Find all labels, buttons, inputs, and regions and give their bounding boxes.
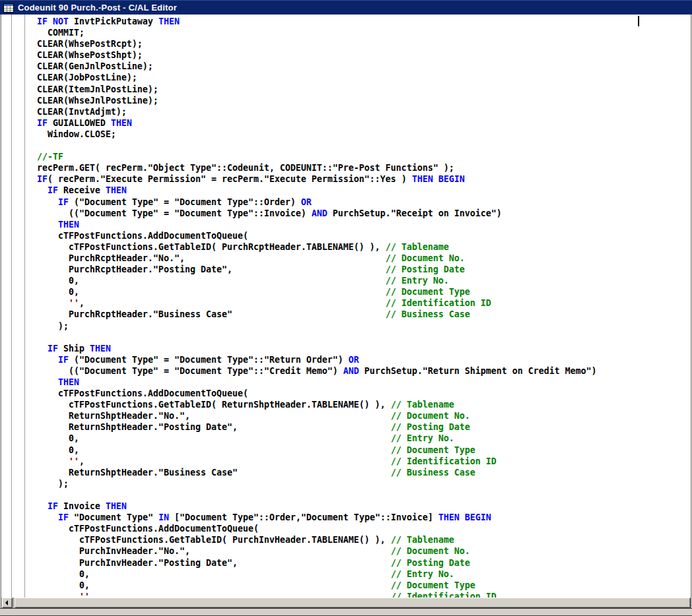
code-segment: PurchRcptHeader."No.", — [37, 253, 185, 263]
code-line[interactable]: IF ("Document Type" = "Document Type"::O… — [37, 197, 691, 208]
code-line[interactable]: PurchInvHeader."Posting Date", // Postin… — [37, 557, 691, 569]
code-comment: // Document No. — [391, 411, 470, 421]
scrollbar-thumb[interactable] — [15, 598, 691, 608]
code-line[interactable]: IF Invoice THEN — [37, 501, 691, 512]
code-line[interactable]: '', // Identification ID — [37, 456, 691, 467]
code-line[interactable]: cTFPostFunctions.GetTableID( PurchInvHea… — [37, 534, 691, 545]
code-segment: 0, — [37, 276, 79, 286]
code-line[interactable]: IF GUIALLOWED THEN — [37, 117, 691, 129]
code-line[interactable]: cTFPostFunctions.GetTableID( ReturnShptH… — [37, 399, 691, 410]
code-segment: ); — [37, 479, 69, 489]
title-bar[interactable]: Codeunit 90 Purch.-Post - C/AL Editor — [0, 0, 692, 15]
code-line[interactable]: IF( recPerm."Execute Permission" = recPe… — [37, 173, 691, 185]
code-segment: AND — [311, 208, 327, 218]
code-line[interactable]: THEN — [37, 219, 691, 230]
code-line[interactable]: PurchRcptHeader."Posting Date", // Posti… — [37, 264, 691, 275]
code-segment — [37, 512, 58, 522]
code-comment: // Business Case — [391, 468, 475, 477]
code-segment: Invoice — [63, 501, 106, 511]
code-line[interactable]: ReturnShptHeader."Posting Date", // Post… — [37, 421, 691, 433]
code-line[interactable]: 0, // Entry No. — [37, 275, 691, 286]
code-segment: PurchInvHeader."No.", — [37, 546, 190, 556]
code-segment: IF — [58, 355, 74, 365]
code-line[interactable]: 0, // Document Type — [37, 445, 691, 456]
code-line[interactable] — [37, 140, 691, 151]
code-comment: // Document No. — [385, 253, 464, 263]
code-padding — [90, 569, 391, 579]
code-line[interactable]: ); — [37, 478, 691, 489]
code-segment: '' — [79, 592, 90, 598]
code-segment: 0, — [37, 445, 79, 455]
code-line[interactable]: '', // Identification ID — [37, 591, 691, 598]
code-line[interactable]: CLEAR(JobPostLine); — [37, 72, 691, 83]
code-line[interactable]: CLEAR(InvtAdjmt); — [37, 106, 691, 117]
code-line[interactable]: IF NOT InvtPickPutaway THEN — [37, 16, 691, 27]
code-line[interactable]: CLEAR(WhsePostRcpt); — [37, 38, 691, 49]
code-line[interactable]: CLEAR(WhsePostShpt); — [37, 49, 691, 61]
code-segment: ReturnShptHeader."Posting Date", — [37, 422, 237, 432]
code-line[interactable]: PurchRcptHeader."Business Case" // Busin… — [37, 309, 691, 320]
code-segment: CLEAR(ItemJnlPostLine); — [37, 84, 158, 94]
cal-editor-window: Codeunit 90 Purch.-Post - C/AL Editor IF… — [0, 0, 692, 616]
code-line[interactable]: recPerm.GET( recPerm."Object Type"::Code… — [37, 162, 691, 173]
codeunit-table-icon[interactable] — [3, 3, 14, 13]
code-line[interactable]: cTFPostFunctions.GetTableID( PurchRcptHe… — [37, 241, 691, 253]
code-segment: PurchRcptHeader."Business Case" — [37, 309, 232, 319]
code-line[interactable]: THEN — [37, 377, 691, 388]
code-line[interactable]: cTFPostFunctions.AddDocumentToQueue( — [37, 523, 691, 534]
code-line[interactable]: Window.CLOSE; — [37, 129, 691, 140]
code-segment: cTFPostFunctions.GetTableID( PurchRcptHe… — [37, 242, 380, 252]
code-line[interactable]: CLEAR(WhseJnlPostLine); — [37, 95, 691, 106]
code-line[interactable]: PurchInvHeader."No.", // Document No. — [37, 545, 691, 557]
code-line[interactable]: cTFPostFunctions.AddDocumentToQueue( — [37, 230, 691, 241]
code-segment: THEN — [106, 501, 127, 511]
code-line[interactable]: IF Receive THEN — [37, 185, 691, 196]
code-segment: THEN — [111, 118, 132, 128]
code-line[interactable] — [37, 489, 691, 501]
code-segment: IF — [58, 197, 74, 207]
code-line[interactable]: 0, // Document Type — [37, 286, 691, 297]
code-comment: // Tablename — [391, 535, 454, 545]
code-segment: 0, — [37, 580, 90, 590]
code-line[interactable]: //-TF — [37, 151, 691, 162]
code-segment: InvtPickPutaway — [74, 16, 158, 26]
code-line[interactable]: '', // Identification ID — [37, 297, 691, 309]
code-segment: IN — [158, 512, 174, 522]
horizontal-scrollbar[interactable] — [1, 598, 691, 608]
code-segment: cTFPostFunctions.GetTableID( ReturnShptH… — [37, 400, 385, 410]
code-segment — [37, 220, 58, 230]
code-line[interactable]: ReturnShptHeader."Business Case" // Busi… — [37, 467, 691, 478]
code-line[interactable]: 0, // Document Type — [37, 580, 691, 591]
code-line[interactable]: 0, // Entry No. — [37, 433, 691, 444]
code-line[interactable]: (("Document Type" = "Document Type"::"Cr… — [37, 365, 691, 377]
code-line[interactable]: COMMIT; — [37, 27, 691, 38]
code-segment: Window.CLOSE; — [37, 129, 116, 139]
code-area[interactable]: IF NOT InvtPickPutaway THEN COMMIT;CLEAR… — [1, 16, 691, 598]
code-segment: THEN — [58, 220, 79, 230]
code-line[interactable]: (("Document Type" = "Document Type"::Inv… — [37, 208, 691, 219]
code-segment: THEN BEGIN — [438, 512, 491, 522]
code-segment: IF — [47, 344, 63, 354]
code-comment: // Posting Date — [385, 264, 464, 274]
code-line[interactable] — [37, 332, 691, 343]
code-line[interactable]: IF "Document Type" IN ["Document Type"::… — [37, 512, 691, 523]
scrollbar-left-button[interactable] — [2, 598, 13, 608]
code-segment: '' — [69, 456, 79, 466]
code-segment: ("Document Type" = "Document Type"::Orde… — [74, 197, 301, 207]
code-padding — [79, 276, 385, 286]
code-line[interactable]: IF ("Document Type" = "Document Type"::"… — [37, 354, 691, 365]
code-line[interactable]: PurchRcptHeader."No.", // Document No. — [37, 253, 691, 264]
code-segment — [37, 185, 47, 195]
code-segment: //-TF — [37, 152, 63, 162]
code-line[interactable]: ); — [37, 321, 691, 332]
code-line[interactable]: ReturnShptHeader."No.", // Document No. — [37, 410, 691, 421]
code-line[interactable]: cTFPostFunctions.AddDocumentToQueue( — [37, 388, 691, 399]
code-padding — [190, 546, 391, 556]
code-comment: // Entry No. — [391, 433, 454, 443]
code-comment: // Identification ID — [391, 592, 496, 598]
code-line[interactable]: CLEAR(GenJnlPostLine); — [37, 61, 691, 72]
code-line[interactable]: CLEAR(ItemJnlPostLine); — [37, 84, 691, 95]
code-line[interactable]: IF Ship THEN — [37, 343, 691, 354]
code-line[interactable]: 0, // Entry No. — [37, 569, 691, 580]
code-comment: // Tablename — [391, 400, 454, 410]
